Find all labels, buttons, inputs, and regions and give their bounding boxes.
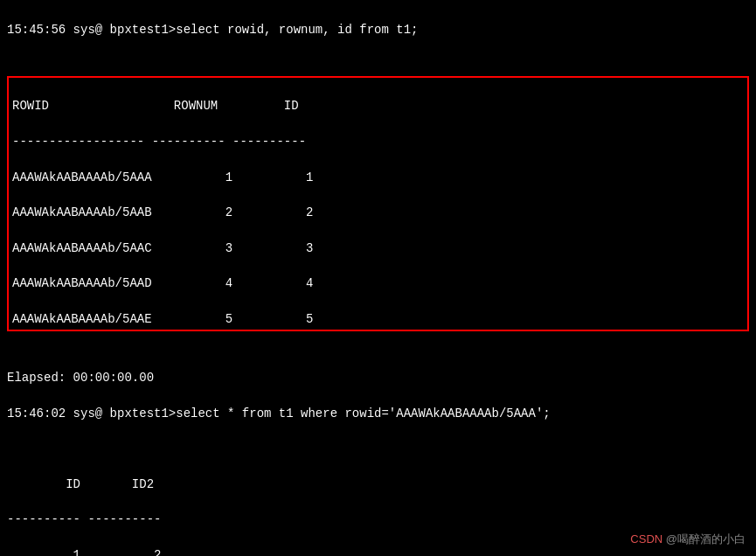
data-row-3: AAAWAkAABAAAAb/5AAC 3 3 <box>12 241 313 255</box>
watermark-brand: CSDN <box>630 532 662 546</box>
command-line-2: 15:46:02 sys@ bpxtest1>select * from t1 … <box>7 407 551 420</box>
result-table-highlighted: ROWID ROWNUM ID ------------------ -----… <box>7 76 749 331</box>
data-row-1: AAAWAkAABAAAAb/5AAA 1 1 <box>12 170 313 184</box>
col-headers: ROWID ROWNUM ID <box>12 99 299 113</box>
col-separator: ------------------ ---------- ---------- <box>12 135 306 149</box>
col2-headers: ID ID2 <box>7 477 154 491</box>
data-row-5: AAAWAkAABAAAAb/5AAE 5 5 <box>12 312 313 326</box>
result2-row1: 1 2 <box>7 548 161 556</box>
data-row-2: AAAWAkAABAAAAb/5AAB 2 2 <box>12 205 313 219</box>
watermark-username: 喝醉酒的小白 <box>677 532 746 546</box>
command-line-1: 15:45:56 sys@ bpxtest1>select rowid, row… <box>7 23 418 37</box>
watermark: CSDN @喝醉酒的小白 <box>630 532 746 547</box>
watermark-separator: @ <box>662 532 677 546</box>
terminal-window: 15:45:56 sys@ bpxtest1>select rowid, row… <box>0 0 756 556</box>
col2-separator: ---------- ---------- <box>7 512 161 526</box>
data-row-4: AAAWAkAABAAAAb/5AAD 4 4 <box>12 276 313 290</box>
elapsed-1: Elapsed: 00:00:00.00 <box>7 371 154 385</box>
